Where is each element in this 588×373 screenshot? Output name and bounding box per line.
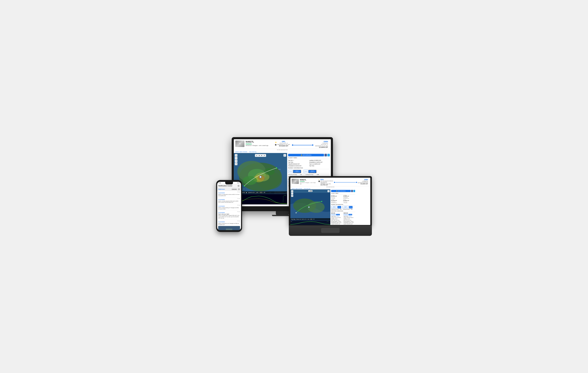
laptop-base [289,225,372,236]
laptop-cloud-btn[interactable]: ☁ [309,190,310,192]
notification-item-5[interactable]: FLIGHTAWARE 2h ago N4927L powered on at … [217,220,241,230]
laptop-star-icon[interactable]: ★ [318,179,320,180]
laptop-dep-actual-btn[interactable]: Actual [338,206,341,208]
layers-btn[interactable]: ⊞ [235,163,237,165]
laptop-landing: Landing 05:46PM CDT [343,195,355,197]
laptop-taxi-out: Taxi Out 05:13PM CDT [331,195,343,197]
notification-item-2[interactable]: FLIGHTAWARE 1h ago N4927L (P28A) departe… [217,197,241,204]
laptop-compass[interactable]: ⊕ [291,195,293,197]
app-close-btn[interactable]: × [238,188,240,190]
loop-toggle[interactable] [260,192,262,193]
laptop-schedule-link[interactable]: N4927L flight schedule [292,188,302,189]
laptop-taxi-in: Taxi In 06:48PM CDT [343,199,355,201]
cloud-btn[interactable]: ☁ [255,154,258,157]
laptop-play-btn[interactable]: ▶ [300,219,301,220]
phone-notch [225,182,233,184]
laptop-efd-wx: EFD WX Forecast Actual Flight Rules: VFR… [331,213,343,225]
laptop-dep-active-btn[interactable]: Active 06:44PM CDT [331,206,337,208]
layers-toggle[interactable]: ≡ [284,154,286,157]
laptop-dest: DWH T-HANGARS HOUSTON, TX SATURDAY 10-JU… [357,179,368,185]
notification-item-3[interactable]: FLIGHTAWARE 2h ago N4927L started taxiin… [217,204,241,211]
laptop-map-controls: + − ⊕ [291,190,293,197]
facebook-btn[interactable]: f [325,154,327,156]
notif-text-2: N4927L (P28A) departed DWH @ 04:13PM CDT… [218,201,240,203]
laptop-prev-btn[interactable]: ◀ [310,190,311,192]
star-icon[interactable]: ★ [275,141,277,144]
compass-btn[interactable]: ⊕ [235,160,237,162]
laptop-screen-frame: N4927L PARKED Arrived at T-Hangars - ove… [289,176,372,225]
laptop-efd-badges: Forecast Actual [331,214,343,215]
laptop-efd-actual-btn[interactable]: Actual [336,214,340,215]
info-icon[interactable]: i [275,144,276,146]
laptop-origin-date: SATURDAY 10-JUL-2021 [320,183,334,184]
laptop-dwh-more-wx[interactable]: View more weather info [344,225,355,225]
svg-text:120: 120 [283,198,284,198]
landing-active-btn[interactable]: Active [304,170,308,173]
play-button[interactable]: ▶ [246,192,247,193]
laptop-info-icon[interactable]: i [318,181,320,182]
departing-active-btn[interactable]: Active [288,170,293,173]
flight-header: N4927L PARKED Arrived at T-Hangars - ove… [234,139,331,149]
laptop-edit-notif-btn[interactable]: 🔔 Edit Notifications [331,190,351,192]
landing-val: 12:03PM CDT [314,160,321,161]
speed-label: Speed ● 10x [248,192,255,193]
fullscreen-btn[interactable]: ⤢ [286,192,287,193]
scene: N4927L PARKED Arrived at T-Hangars - ove… [216,137,372,236]
laptop-efd-more-wx[interactable]: View more weather info [331,225,343,225]
laptop-efd-title: EFD WX [331,213,343,214]
taxi-time2-item: Taxi Time [309,165,330,167]
laptop-dest-date: SATURDAY 10-JUL-2021 [357,182,368,183]
zoom-out-btn[interactable]: − [235,157,237,160]
notification-item-1[interactable]: FLIGHTAWARE 1h ago N4927L is expected to… [217,191,241,197]
twitter-btn[interactable]: t [327,154,330,156]
dest-name-line2: HOUSTON, TX [315,144,328,145]
close-notification-center-btn[interactable]: × [237,185,240,187]
sched-takeoff-item: Scheduled 10:23AM CDT [288,165,309,167]
laptop-fb-btn[interactable]: f [351,190,353,192]
laptop-efd-forecast-btn[interactable]: Forecast [331,214,336,215]
laptop-land-active-btn[interactable]: Active 06:48PM CDT [342,206,349,208]
svg-point-11 [244,185,245,186]
laptop-map[interactable]: + − ⊕ ☁ ◀ ▶ ≡ Fli [290,189,330,225]
taxi-out-val: — [293,160,294,161]
notifications-list: FLIGHTAWARE 1h ago N4927L is expected to… [217,191,241,230]
dest-name-line1: T-HANGARS [315,143,328,144]
runway-info: Active Actual 06:53AM CDT [288,170,330,175]
svg-rect-42 [218,226,240,230]
prev-btn[interactable]: ◀ [258,154,260,157]
svg-text:OPO: OPO [278,169,281,170]
laptop-dwh-actual-btn[interactable]: Actual [349,214,352,215]
laptop-route-dot-end [356,182,357,183]
laptop-right-panel: 🔔 Edit Notifications f t FLIGHT TIMES [330,189,356,225]
flight-schedule-link[interactable]: N4927L flight schedule [235,151,247,152]
laptop-trackpad[interactable] [321,228,339,233]
laptop-loop-toggle[interactable] [310,219,312,220]
phone-time: 6:05 [219,182,221,183]
laptop-layers-btn[interactable]: ≡ [327,190,330,192]
show-less-btn[interactable]: Show less [231,189,237,190]
laptop-track-link[interactable]: View track log [304,188,310,189]
runway-section: RUNWAY INFORMATION [288,167,330,169]
takeoff-label: Takeoff [288,163,292,165]
origin-date: WEDNESDAY 07-JUL-2021 [277,144,290,145]
zoom-in-btn[interactable]: + [235,154,237,157]
edit-notifications-btn[interactable]: 🔔 Edit Notifications [288,154,324,156]
track-log-link[interactable]: View track log [249,151,256,152]
departing-actual-btn[interactable]: Actual 06:53AM CDT [293,170,301,173]
next-btn[interactable]: ▶ [261,154,263,157]
laptop-dwh-forecast-btn[interactable]: Forecast [344,214,348,215]
laptop-tw-btn[interactable]: t [353,190,355,192]
laptop-land-actual-btn[interactable]: Actual [349,206,353,208]
notification-item-4[interactable]: FLIGHTAWARE 2h ago Tap to view your flig… [217,211,241,220]
laptop-zoom-in[interactable]: + [291,190,293,192]
dest-code: DWH [315,140,328,143]
monitor-stand [276,211,289,215]
laptop-aircraft-image [292,179,299,184]
svg-text:53 mph: 53 mph [327,221,329,222]
expand-btn[interactable]: ⊞ [263,154,266,157]
laptop-zoom-out[interactable]: − [291,192,293,194]
notif-time-3: 2h ago [237,205,240,206]
landing-actual-btn[interactable]: Actual 12:03PM CDT [308,170,316,173]
laptop-origin-code: EFD [320,179,334,181]
laptop-next-btn[interactable]: ▶ [311,190,312,192]
